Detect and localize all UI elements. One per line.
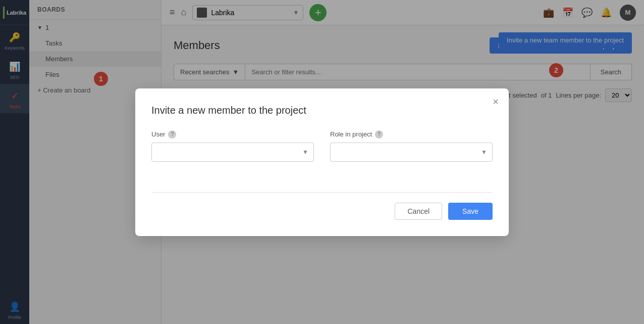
user-field: User ? ▼ <box>151 130 314 162</box>
role-field-label: Role in project ? <box>330 130 493 138</box>
cancel-button[interactable]: Cancel <box>395 203 442 220</box>
modal-close-button[interactable]: × <box>493 97 499 107</box>
role-dropdown-arrow-icon: ▼ <box>481 149 487 156</box>
user-help-icon[interactable]: ? <box>168 130 176 138</box>
user-dropdown[interactable]: ▼ <box>151 143 314 162</box>
modal-footer: Cancel Save <box>151 203 493 220</box>
modal-overlay[interactable]: Invite a new member to the project × Use… <box>0 0 644 324</box>
save-button[interactable]: Save <box>448 203 493 220</box>
user-dropdown-arrow-icon: ▼ <box>302 149 308 156</box>
modal-divider <box>151 192 493 193</box>
role-dropdown[interactable]: ▼ <box>330 143 493 162</box>
user-field-label: User ? <box>151 130 314 138</box>
role-field: Role in project ? ▼ <box>330 130 493 162</box>
modal-title: Invite a new member to the project <box>151 105 493 116</box>
modal-fields: User ? ▼ Role in project ? ▼ <box>151 130 493 162</box>
modal: Invite a new member to the project × Use… <box>135 88 509 236</box>
role-help-icon[interactable]: ? <box>375 130 383 138</box>
